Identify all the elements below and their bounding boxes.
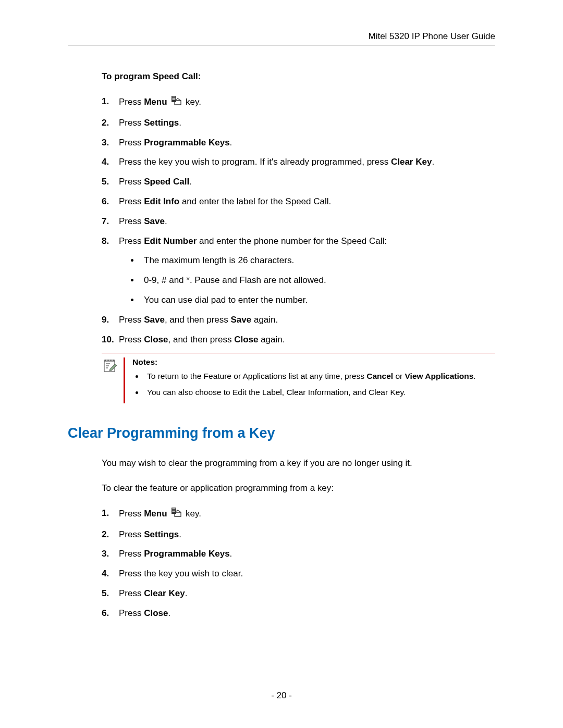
text: Press (119, 196, 144, 206)
text: Press (119, 335, 144, 344)
text: or (393, 372, 405, 380)
svg-rect-16 (173, 508, 176, 509)
text-bold: Close (144, 335, 168, 344)
svg-rect-8 (108, 360, 109, 361)
svg-rect-2 (173, 98, 176, 98)
step-item: 6. Press Edit Info and enter the label f… (102, 195, 495, 208)
text: Press (119, 588, 144, 598)
text: Press the key you wish to clear. (119, 569, 243, 578)
steps-list-speed-call: 1. Press Menu key. 2. Press Settings. 3.… (102, 95, 495, 346)
page-header-title: Mitel 5320 IP Phone User Guide (68, 31, 495, 45)
text: . (189, 177, 192, 187)
text-bold: Speed Call (144, 177, 189, 187)
notes-box: Notes: To return to the Feature or Appli… (102, 353, 495, 403)
text: Press (119, 549, 144, 559)
text-bold: Programmable Keys (144, 549, 229, 559)
text-bold: Save (144, 315, 165, 325)
step-item: 5. Press Speed Call. (102, 176, 495, 188)
menu-icon (170, 95, 182, 109)
step-item: 10. Press Close, and then press Close ag… (102, 334, 495, 346)
text-bold: Edit Info (144, 196, 179, 206)
text: . (473, 372, 475, 380)
steps-list-clear-key: 1. Press Menu key. 2. Press Settings. 3.… (102, 507, 495, 620)
svg-rect-9 (110, 360, 111, 361)
step-item: 9. Press Save, and then press Save again… (102, 314, 495, 326)
svg-rect-10 (112, 360, 112, 361)
svg-rect-11 (113, 360, 114, 361)
step-item: 8. Press Edit Number and enter the phone… (102, 235, 495, 306)
page-number: - 20 - (0, 690, 563, 701)
text-bold: Save (144, 216, 165, 226)
step-item: 6. Press Close. (102, 607, 495, 620)
notes-content: Notes: To return to the Feature or Appli… (125, 357, 495, 403)
step-item: 4. Press the key you wish to clear. (102, 567, 495, 580)
svg-rect-18 (173, 511, 176, 511)
step-item: 7. Press Save. (102, 215, 495, 228)
text-bold: Cancel (366, 372, 393, 380)
text: Press (119, 315, 144, 325)
step-item: 1. Press Menu key. (102, 507, 495, 521)
paragraph: You may wish to clear the programming fr… (102, 457, 495, 470)
step-item: 2. Press Settings. (102, 528, 495, 541)
text-bold: View Applications (405, 372, 474, 380)
note-item: You can also choose to Edit the Label, C… (144, 387, 495, 398)
text: key. (186, 509, 201, 519)
sub-bullet-item: You can use dial pad to enter the number… (140, 294, 495, 306)
text-bold: Clear Key (144, 588, 185, 598)
text: and enter the phone number for the Speed… (197, 236, 387, 246)
text: . (179, 118, 181, 128)
text: and enter the label for the Speed Call. (179, 196, 331, 206)
step-item: 2. Press Settings. (102, 117, 495, 129)
step-item: 3. Press Programmable Keys. (102, 548, 495, 560)
text-bold: Menu (144, 509, 167, 519)
text-bold: Settings (144, 529, 179, 539)
text-bold: Clear Key (391, 157, 432, 167)
text-bold: Settings (144, 118, 179, 128)
note-icon (103, 359, 117, 375)
text: Press (119, 608, 144, 618)
svg-rect-17 (173, 510, 176, 510)
notes-list: To return to the Feature or Applications… (144, 371, 495, 398)
text: . (230, 549, 232, 559)
text-bold: Save (231, 315, 252, 325)
text-bold: Programmable Keys (144, 138, 229, 147)
text: Press (119, 97, 144, 107)
text-bold: Close (144, 608, 168, 618)
text: . (230, 138, 232, 147)
section-title-speed-call: To program Speed Call: (102, 71, 495, 82)
text: Press (119, 529, 144, 539)
menu-icon (170, 507, 182, 521)
text: Press (119, 177, 144, 187)
text: . (168, 608, 170, 618)
text: Press (119, 236, 144, 246)
text-bold: Close (234, 335, 258, 344)
document-page: Mitel 5320 IP Phone User Guide To progra… (0, 0, 563, 728)
text: . (179, 529, 181, 539)
step-item: 4. Press the key you wish to program. If… (102, 156, 495, 168)
sub-bullet-item: The maximum length is 26 characters. (140, 254, 495, 267)
text: Press (119, 216, 144, 226)
svg-rect-1 (173, 97, 176, 97)
text: Press (119, 118, 144, 128)
paragraph: To clear the feature or application prog… (102, 482, 495, 495)
text: Press (119, 138, 144, 147)
svg-rect-6 (105, 360, 106, 361)
text: . (165, 216, 167, 226)
notes-label: Notes: (132, 357, 495, 367)
text: , and then press (165, 315, 231, 325)
text: . (185, 588, 188, 598)
step-item: 1. Press Menu key. (102, 95, 495, 109)
text: Press the key you wish to program. If it… (119, 157, 391, 167)
text-bold: Menu (144, 97, 167, 107)
svg-rect-3 (173, 100, 176, 100)
step-item: 5. Press Clear Key. (102, 587, 495, 600)
step-item: 3. Press Programmable Keys. (102, 137, 495, 149)
sub-bullet-list: The maximum length is 26 characters. 0-9… (140, 254, 495, 306)
note-item: To return to the Feature or Applications… (144, 371, 495, 382)
text: , and then press (168, 335, 234, 344)
text: To return to the Feature or Applications… (147, 372, 366, 380)
text: key. (186, 97, 201, 107)
text: again. (251, 315, 278, 325)
sub-bullet-item: 0-9, # and *. Pause and Flash are not al… (140, 274, 495, 287)
heading-clear-programming: Clear Programming from a Key (68, 425, 495, 441)
